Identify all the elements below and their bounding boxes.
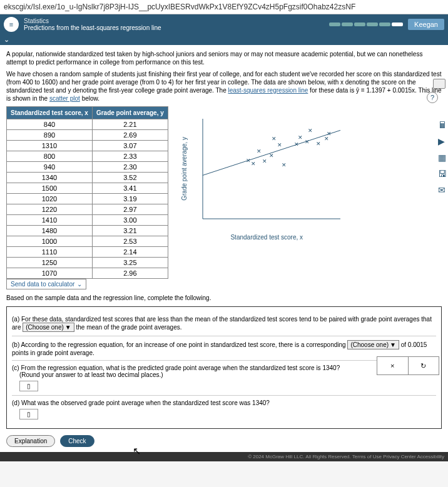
table-row: 15003.41	[7, 183, 168, 194]
table-row: 13403.52	[7, 173, 168, 183]
select-a[interactable]: (Choose one)▼	[23, 323, 74, 332]
answer-toolbar: × ↻	[377, 356, 439, 375]
question-a: (a) For these data, standardized test sc…	[12, 312, 436, 336]
svg-text:✕: ✕	[308, 128, 313, 134]
main-content: ? A popular, nationwide standardized tes…	[0, 45, 448, 452]
table-row: 14103.00	[7, 215, 168, 226]
chevron-down-icon: ⌄	[77, 281, 82, 288]
check-button[interactable]: Check	[60, 435, 94, 447]
select-b[interactable]: (Choose one)▼	[347, 340, 399, 349]
svg-text:✕: ✕	[294, 141, 299, 148]
svg-text:✕: ✕	[269, 153, 274, 159]
chevron-down-icon: ▼	[65, 324, 71, 331]
mail-icon[interactable]: ✉	[438, 185, 447, 195]
intro-p2c: below.	[82, 95, 99, 102]
table-row: 12202.97	[7, 204, 168, 215]
svg-text:✕: ✕	[246, 158, 251, 164]
menu-icon[interactable]: ≡	[4, 17, 19, 32]
save-icon[interactable]: 🖫	[438, 169, 447, 179]
chart-xlabel: Standardized test score, x	[181, 234, 353, 241]
progress-bar	[329, 23, 403, 26]
svg-text:✕: ✕	[277, 142, 282, 148]
svg-text:✕: ✕	[257, 148, 262, 154]
topic-label: Statistics	[24, 18, 324, 24]
link-regression[interactable]: least-squares regression line	[228, 87, 308, 94]
link-scatter[interactable]: scatter plot	[49, 95, 80, 102]
prompt-text: Based on the sample data and the regress…	[6, 294, 442, 301]
answer-input-d[interactable]: ▯	[19, 409, 38, 419]
url-bar: ekscgi/x/Isl.exe/1o_u-IgNslkr7j8P3jH-IJS…	[0, 0, 448, 14]
footer: © 2024 McGraw Hill LLC. All Rights Reser…	[0, 452, 448, 461]
scatter-chart: ✕✕✕✕✕✕✕✕✕✕✕✕✕✕✕	[190, 106, 353, 231]
table-row: 9402.30	[7, 162, 168, 173]
collapse-chevron[interactable]: ⌄	[0, 34, 448, 45]
question-d: (d) What was the observed grade point av…	[12, 396, 436, 423]
print-icon[interactable]	[433, 79, 445, 89]
table-row: 12503.25	[7, 258, 168, 268]
chevron-down-icon: ▼	[390, 341, 396, 348]
app-header: ≡ Statistics Predictions from the least-…	[0, 14, 448, 34]
table-row: 13103.07	[7, 141, 168, 151]
table-row: 11102.14	[7, 247, 168, 258]
col-header-y: Grade point average, y	[92, 107, 168, 119]
question-c: (c) From the regression equation, what i…	[12, 361, 436, 396]
svg-text:✕: ✕	[250, 161, 255, 167]
table-row: 8002.33	[7, 151, 168, 162]
svg-text:✕: ✕	[305, 139, 310, 145]
table-row: 10203.19	[7, 194, 168, 204]
svg-text:✕: ✕	[316, 141, 321, 147]
clear-icon[interactable]: ×	[377, 357, 408, 374]
reset-icon[interactable]: ↻	[408, 357, 439, 374]
user-button[interactable]: Keegan	[408, 19, 444, 30]
help-icon[interactable]: ?	[427, 92, 438, 103]
calculator-icon[interactable]: 🖩	[438, 120, 447, 130]
svg-text:✕: ✕	[271, 136, 276, 142]
cursor-icon: ↖	[133, 445, 141, 457]
svg-text:✕: ✕	[262, 158, 267, 164]
send-data-button[interactable]: Send data to calculator⌄	[6, 279, 86, 289]
intro-p1: A popular, nationwide standardized test …	[6, 51, 422, 66]
svg-text:✕: ✕	[282, 162, 287, 168]
table-icon[interactable]: ▦	[438, 153, 447, 163]
table-row: 10702.96	[7, 268, 168, 279]
table-row: 8402.21	[7, 119, 168, 130]
intro-text-2: We have chosen a random sample of studen…	[6, 70, 442, 103]
data-table: Standardized test score, xGrade point av…	[6, 106, 168, 279]
chart-ylabel: Grade point average, y	[181, 137, 188, 201]
svg-text:✕: ✕	[324, 136, 329, 142]
tool-sidebar: 🖩 ▶ ▦ 🖫 ✉	[438, 120, 447, 195]
page-title: Predictions from the least-squares regre…	[24, 24, 324, 31]
question-b: (b) According to the regression equation…	[12, 336, 436, 361]
col-header-x: Standardized test score, x	[7, 107, 93, 119]
breadcrumb: Statistics Predictions from the least-sq…	[24, 18, 324, 31]
intro-text: A popular, nationwide standardized test …	[6, 50, 442, 66]
table-row: 10002.53	[7, 236, 168, 247]
play-icon[interactable]: ▶	[438, 136, 447, 146]
table-row: 14803.21	[7, 226, 168, 236]
svg-text:✕: ✕	[298, 134, 303, 141]
table-row: 8902.69	[7, 130, 168, 141]
answer-input-c[interactable]: ▯	[19, 381, 38, 391]
explanation-button[interactable]: Explanation	[6, 435, 55, 447]
